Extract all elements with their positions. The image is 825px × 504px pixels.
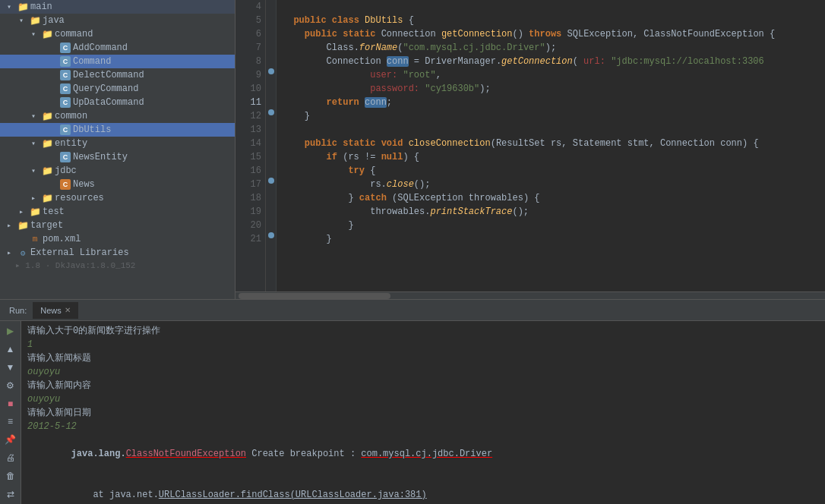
tree-item-java[interactable]: ▾ 📁 java [0,14,235,27]
chevron-down-icon: ▾ [27,137,40,150]
tree-label: test [43,206,65,217]
play-button[interactable]: ▶ [2,323,20,340]
tree-item-test[interactable]: ▸ 📁 test [0,205,235,219]
console-output[interactable]: 请输入大于0的新闻数字进行操作 1 请输入新闻标题 ouyoyu 请输入新闻内容… [21,321,825,504]
code-line-8: Connection conn = DriverManager.getConne… [283,55,819,68]
breakpoint-dot-4 [268,232,274,238]
ln-20: 20 [239,219,261,232]
chevron-right-icon: ▸ [3,247,15,259]
code-line-19: throwables.printStackTrace(); [283,205,819,219]
spacer [46,83,58,95]
close-tab-icon[interactable]: ✕ [65,306,71,314]
console-line-9: java.lang.ClassNotFoundException Create … [27,433,819,474]
ln-6: 6 [239,27,261,41]
class-icon: C [59,178,71,191]
console-line-2: 1 [27,338,819,351]
spacer [46,55,58,68]
tree-item-pomxml[interactable]: m pom.xml [0,232,235,246]
code-line-10: password: "cy19630b"); [283,82,819,96]
tree-item-newsentity[interactable]: C NewsEntity [0,150,235,164]
folder-icon: 📁 [41,137,53,150]
console-line-3: 请输入新闻标题 [27,351,819,365]
code-line-15: if (rs != null) { [283,150,819,164]
console-line-7: 请输入新闻日期 [27,406,819,420]
tree-item-command[interactable]: ▾ 📁 command [0,27,235,41]
tree-label: main [30,2,52,12]
class-icon: C [59,69,71,81]
ln-7: 7 [239,41,261,55]
tree-item-version: ▸ 1.8 · DkJava:1.8.0_152 [0,260,235,271]
ln-19: 19 [239,205,261,219]
stop-button[interactable]: ■ [2,395,20,412]
folder-icon: 📁 [41,110,53,122]
console-line-1: 请输入大于0的新闻数字进行操作 [27,324,819,338]
code-line-17: rs.close(); [283,178,819,191]
scrollbar-thumb[interactable] [239,293,390,299]
tree-item-dbutils[interactable]: C DbUtils [0,123,235,137]
ln-17: 17 [239,178,261,191]
up-button[interactable]: ▲ [2,341,20,358]
down-button[interactable]: ▼ [2,359,20,376]
folder-icon: 📁 [17,1,29,13]
lib-icon: ⚙ [17,247,29,259]
folder-icon: 📁 [41,192,53,204]
extra-button[interactable]: ⇄ [2,485,20,502]
tree-item-news[interactable]: C News [0,178,235,191]
tree-label: command [55,29,93,39]
tree-item-addcommand[interactable]: C AddCommand [0,41,235,55]
tree-item-resources[interactable]: ▸ 📁 resources [0,191,235,205]
code-line-4 [283,0,819,14]
code-line-5: public class DbUtils { [283,14,819,27]
code-content[interactable]: public class DbUtils { public static Con… [277,0,825,291]
settings-button[interactable]: ⚙ [2,376,20,394]
pin-button[interactable]: 📌 [2,431,20,449]
tree-item-common[interactable]: ▾ 📁 common [0,109,235,123]
tree-label: QueryCommand [73,83,138,94]
spacer [46,96,58,109]
code-line-13 [283,123,819,137]
tree-label: DelectCommand [73,70,144,80]
tree-item-main[interactable]: ▾ 📁 main [0,0,235,14]
console-line-4: ouyoyu [27,365,819,379]
breakpoint-dot-3 [268,178,274,184]
console-line-6: ouyoyu [27,392,819,406]
code-line-14: public static void closeConnection(Resul… [283,137,819,150]
spacer [46,178,58,191]
tree-item-delectcommand[interactable]: C DelectCommand [0,68,235,82]
tree-item-extlibs[interactable]: ▸ ⚙ External Libraries [0,246,235,260]
run-tab-news[interactable]: News ✕ [33,302,78,319]
tree-item-jdbc[interactable]: ▾ 📁 jdbc [0,164,235,178]
class-icon: C [59,124,71,136]
folder-icon: 📁 [41,165,53,177]
clear-button[interactable]: 🗑 [2,467,20,484]
folder-icon: 📁 [29,14,41,27]
tree-label: common [55,111,87,121]
tree-item-command-class[interactable]: C Command [0,55,235,68]
editor-scrollbar[interactable] [235,291,825,299]
code-line-18: } catch (SQLException throwables) { [283,191,819,205]
console-line-5: 请输入新闻内容 [27,379,819,392]
spacer [46,124,58,136]
tree-item-entity[interactable]: ▾ 📁 entity [0,137,235,150]
ln-10: 10 [239,82,261,96]
code-line-20: } [283,219,819,232]
chevron-down-icon: ▾ [3,1,15,13]
code-line-6: public static Connection getConnection()… [283,27,819,41]
folder-icon: 📁 [29,206,41,218]
ln-21: 21 [239,232,261,246]
tree-item-target[interactable]: ▸ 📁 target [0,219,235,232]
chevron-down-icon: ▾ [15,14,27,27]
spacer [15,233,27,245]
print-button[interactable]: 🖨 [2,449,20,467]
code-editor[interactable]: 4 5 6 7 8 9 10 11 12 13 14 15 16 17 18 1… [235,0,825,291]
scroll-lock-button[interactable]: ≡ [2,413,20,430]
breakpoint-dot [268,68,274,74]
tree-item-querycommand[interactable]: C QueryCommand [0,82,235,96]
tree-item-updatacommand[interactable]: C UpDataCommand [0,96,235,109]
code-line-12: } [283,109,819,123]
ln-15: 15 [239,150,261,164]
console-line-10: at java.net.URLClassLoader.findClass(URL… [27,474,819,504]
ln-11: 11 [239,96,261,109]
code-line-11: return conn; [283,96,819,109]
code-line-21: } [283,232,819,246]
